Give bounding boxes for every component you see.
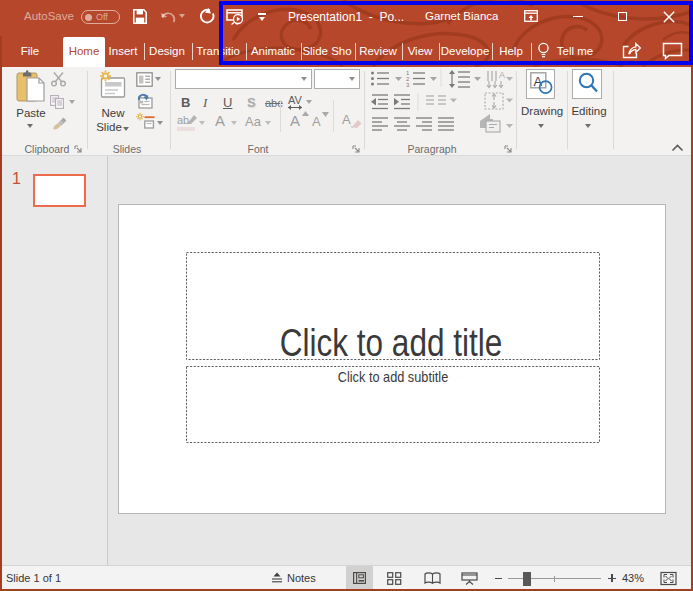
svg-text:A: A	[499, 70, 505, 80]
svg-text:A: A	[534, 74, 543, 89]
svg-text:3: 3	[406, 82, 410, 88]
